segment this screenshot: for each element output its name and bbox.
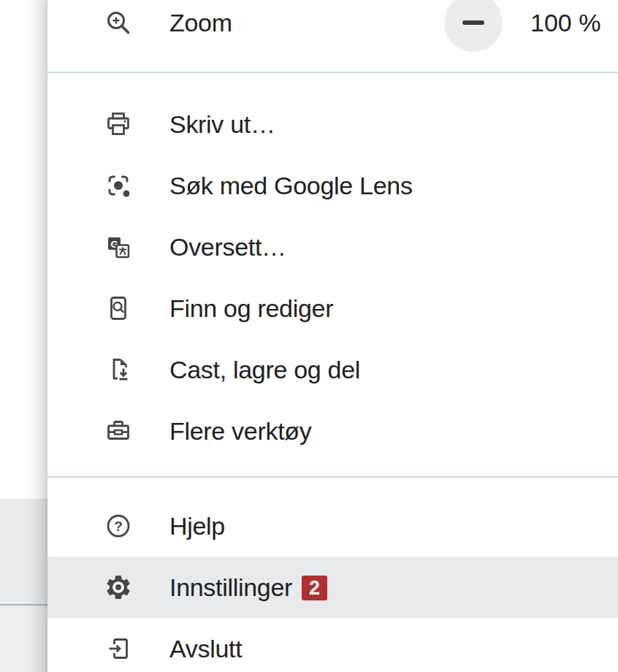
menu-separator bbox=[47, 476, 618, 478]
menu-separator bbox=[47, 72, 618, 73]
printer-icon bbox=[104, 110, 133, 139]
menu-item-find-and-edit[interactable]: Finn og rediger bbox=[47, 278, 618, 339]
menu-item-cast-save-share[interactable]: Cast, lagre og del bbox=[47, 339, 618, 400]
toolbox-icon bbox=[104, 416, 133, 446]
zoom-level-value: 100 % bbox=[530, 9, 600, 37]
menu-item-label: Flere verktøy bbox=[169, 417, 311, 446]
help-icon: ? bbox=[104, 511, 133, 541]
chrome-app-menu: Zoom 100 % Skriv ut… bbox=[47, 0, 618, 672]
menu-item-translate[interactable]: G Oversett… bbox=[47, 216, 618, 278]
menu-item-label: Avslutt bbox=[169, 635, 242, 663]
menu-item-label: Zoom bbox=[169, 9, 232, 37]
menu-item-more-tools[interactable]: Flere verktøy bbox=[47, 400, 618, 462]
menu-item-label: Finn og rediger bbox=[169, 294, 333, 323]
exit-icon bbox=[104, 634, 133, 663]
menu-item-google-lens[interactable]: Søk med Google Lens bbox=[47, 155, 618, 216]
cast-save-share-icon bbox=[104, 355, 133, 384]
zoom-out-button[interactable] bbox=[444, 0, 503, 52]
menu-item-label: Skriv ut… bbox=[169, 110, 275, 139]
google-lens-icon bbox=[104, 171, 133, 200]
menu-item-label: Oversett… bbox=[169, 233, 286, 261]
svg-text:?: ? bbox=[114, 519, 123, 534]
menu-item-label: Innstillinger bbox=[169, 573, 292, 602]
zoom-in-icon bbox=[104, 8, 133, 37]
minus-icon bbox=[462, 20, 484, 25]
menu-item-label: Søk med Google Lens bbox=[169, 172, 413, 200]
menu-item-zoom[interactable]: Zoom 100 % bbox=[47, 0, 618, 53]
translate-icon: G bbox=[104, 232, 133, 261]
menu-item-settings[interactable]: Innstillinger 2 bbox=[47, 557, 618, 618]
browser-menu-screenshot: Zoom 100 % Skriv ut… bbox=[0, 0, 618, 672]
annotation-badge-2: 2 bbox=[302, 576, 327, 600]
menu-item-print[interactable]: Skriv ut… bbox=[47, 93, 618, 155]
menu-item-help[interactable]: ? Hjelp bbox=[47, 495, 618, 557]
gear-icon bbox=[104, 573, 133, 602]
menu-item-exit[interactable]: Avslutt bbox=[47, 618, 618, 672]
menu-item-label: Cast, lagre og del bbox=[169, 356, 360, 384]
find-and-edit-icon bbox=[104, 294, 133, 323]
menu-item-label: Hjelp bbox=[169, 512, 225, 541]
